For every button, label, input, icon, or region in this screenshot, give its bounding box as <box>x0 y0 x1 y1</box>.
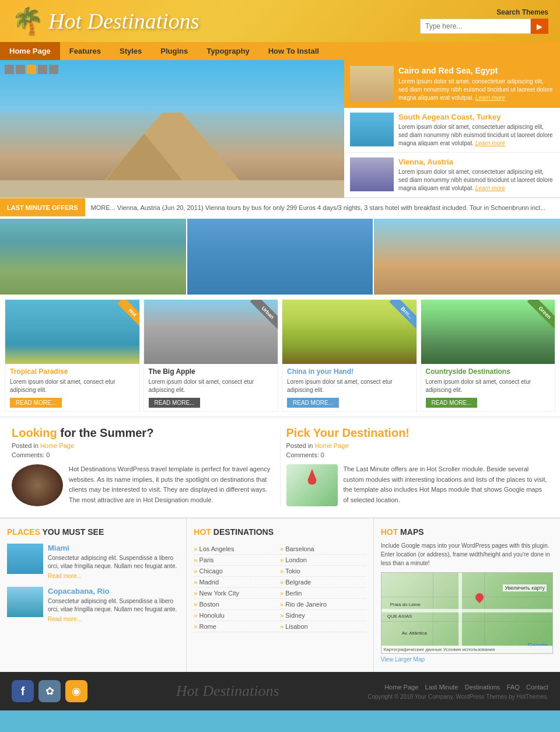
search-input[interactable] <box>420 19 531 34</box>
list-item: » Honolulu <box>194 610 280 621</box>
green-badge: Green <box>527 300 555 330</box>
dot-5[interactable] <box>49 65 58 74</box>
card-tropical-btn[interactable]: READ MORE... <box>10 398 62 408</box>
nav-item-home[interactable]: Home Page <box>0 42 60 60</box>
list-item: » New York City <box>194 588 280 599</box>
places-rest-text: YOU MUST SEE <box>40 527 104 537</box>
nav-item-plugins[interactable]: Plugins <box>151 42 197 60</box>
miami-desc: Consectetur adipiscing elit. Suspendisse… <box>48 554 179 570</box>
featured-content: Cairo and Red Sea, Egypt Lorem ipsum dol… <box>398 66 554 102</box>
nav-item-features[interactable]: Features <box>60 42 110 60</box>
list-item: » Rome <box>194 621 280 632</box>
looking-rest: for the Summer? <box>57 426 154 439</box>
hot-dest-col: HOT DESTINATIONS » Los Angeles » Paris »… <box>187 519 373 672</box>
slider-destination-list: Cairo and Red Sea, Egypt Lorem ipsum dol… <box>344 60 560 198</box>
photo-waterfall <box>0 219 186 295</box>
tropical-badge-ribbon: Hot <box>102 300 139 338</box>
map-label-3: QUE AXIAS <box>387 614 412 619</box>
copa-desc: Consectetur adipiscing elit. Suspendisse… <box>48 597 179 614</box>
copa-content: Copacabana, Rio Consectetur adipiscing e… <box>48 587 179 623</box>
featured-desc: Lorem ipsum dolor sit amet, consectetuer… <box>398 78 554 102</box>
countryside-badge-ribbon: Green <box>517 300 555 338</box>
hot-maps-desc: Include Google maps into your WordPress … <box>381 541 553 568</box>
pick-posted-link[interactable]: Home Page <box>314 442 348 449</box>
dot-2[interactable] <box>16 65 25 74</box>
list-item: » Belgrade <box>280 577 366 588</box>
card-countryside-body: Countryside Destinations Lorem ipsum dol… <box>421 364 555 411</box>
looking-hot: Looking <box>12 426 57 439</box>
hot-maps-hot: HOT <box>381 527 398 537</box>
footer-link-faq[interactable]: FAQ <box>507 684 520 691</box>
places-hot-text: PLACES <box>7 527 40 537</box>
hot-dest-rest: DESTINATIONS <box>211 527 274 537</box>
featured-destination: Cairo and Red Sea, Egypt Lorem ipsum dol… <box>344 60 560 108</box>
card-nyc-btn[interactable]: READ MORE... <box>149 398 201 408</box>
looking-comments: Comments: 0 <box>12 451 274 458</box>
main-content: Cairo and Red Sea, Egypt Lorem ipsum dol… <box>0 60 560 672</box>
vienna-title: Vienna, Austria <box>398 157 554 166</box>
footer-link-dest[interactable]: Destinations <box>465 684 501 691</box>
site-title: Hot Destinations <box>48 8 200 34</box>
slider-dots <box>5 65 58 74</box>
card-nyc-body: The Big Apple Lorem ipsum dolor sit amet… <box>144 364 278 411</box>
search-box: ▶ <box>420 19 548 34</box>
map-label-2: Praia do Leme <box>390 602 421 607</box>
pick-meta: Posted in Home Page <box>286 442 549 449</box>
place-miami: Miami Consectetur adipiscing elit. Suspe… <box>7 544 179 580</box>
photo-surf <box>187 219 373 295</box>
footer-link-home[interactable]: Home Page <box>384 684 418 691</box>
card-tropical-desc: Lorem ipsum dolor sit amet, consect etur… <box>10 378 135 394</box>
list-item: » Tokio <box>280 566 366 577</box>
nav-item-typography[interactable]: Typography <box>197 42 258 60</box>
featured-title: Cairo and Red Sea, Egypt <box>398 66 554 75</box>
hot-dest-lists: » Los Angeles » Paris » Chicago » Madrid… <box>194 544 366 632</box>
list-item: » Chicago <box>194 566 280 577</box>
turkey-content: South Aegean Coast, Turkey Lorem ipsum d… <box>398 113 554 148</box>
destination-vienna: Vienna, Austria Lorem ipsum dolor sit am… <box>344 153 560 198</box>
card-countryside-btn[interactable]: READ MORE... <box>426 398 478 408</box>
footer-copyright: Copyright © 2018 Your Company. WordPress… <box>368 694 548 700</box>
footer-links: Home Page Last Minute Destinations FAQ C… <box>368 683 548 691</box>
copa-thumb <box>7 587 43 617</box>
card-china-title: China in your Hand! <box>287 367 412 376</box>
vienna-learn-more[interactable]: Learn more <box>475 185 505 191</box>
featured-learn-more[interactable]: Learn more <box>475 94 505 101</box>
miami-readmore[interactable]: Read more... <box>48 573 82 579</box>
hot-dest-title: HOT DESTINATIONS <box>194 527 366 537</box>
twitter-icon[interactable]: ✿ <box>38 680 61 702</box>
nav-item-styles[interactable]: Styles <box>110 42 151 60</box>
search-button[interactable]: ▶ <box>531 19 548 34</box>
main-nav: Home Page Features Styles Plugins Typogr… <box>0 42 560 60</box>
view-larger-map[interactable]: View Larger Map <box>381 656 425 663</box>
list-item: » Barselona <box>280 544 366 555</box>
card-nyc-image: Urban <box>144 300 278 364</box>
photo-strip <box>0 216 560 295</box>
dot-3[interactable] <box>27 65 36 74</box>
copa-readmore[interactable]: Read more... <box>48 616 82 622</box>
card-tropical: Hot Tropical Paradise Lorem ipsum dolor … <box>5 299 140 412</box>
photo-sandstone <box>374 219 560 295</box>
rss-icon[interactable]: ◉ <box>65 680 88 702</box>
header: 🌴 Hot Destinations Search Themes ▶ <box>0 0 560 42</box>
dot-4[interactable] <box>38 65 47 74</box>
dot-1[interactable] <box>5 65 14 74</box>
looking-content: Hot Destinations WordPress travel templa… <box>12 464 274 506</box>
card-china-desc: Lorem ipsum dolor sit amet, consect etur… <box>287 378 412 394</box>
card-nyc-desc: Lorem ipsum dolor sit amet, consect etur… <box>149 378 274 394</box>
looking-posted-link[interactable]: Home Page <box>40 442 74 449</box>
card-china-body: China in your Hand! Lorem ipsum dolor si… <box>282 364 416 411</box>
map-container: Увеличить карту Praia do Leme QUE AXIAS … <box>381 572 553 654</box>
footer-link-contact[interactable]: Contact <box>526 684 548 691</box>
turkey-learn-more[interactable]: Learn more <box>475 140 505 146</box>
footer-link-last[interactable]: Last Minute <box>425 684 459 691</box>
card-tropical-body: Tropical Paradise Lorem ipsum dolor sit … <box>5 364 139 411</box>
map-pin <box>475 593 484 604</box>
looking-col: Looking for the Summer? Posted in Home P… <box>6 426 280 506</box>
two-col-section: Looking for the Summer? Posted in Home P… <box>0 416 560 515</box>
card-nyc: Urban The Big Apple Lorem ipsum dolor si… <box>144 299 279 412</box>
nav-item-howto[interactable]: How To Install <box>259 42 328 60</box>
search-area: Search Themes ▶ <box>420 8 548 34</box>
facebook-icon[interactable]: f <box>12 680 34 702</box>
card-china-btn[interactable]: READ MORE... <box>287 398 339 408</box>
turkey-title: South Aegean Coast, Turkey <box>398 113 554 121</box>
